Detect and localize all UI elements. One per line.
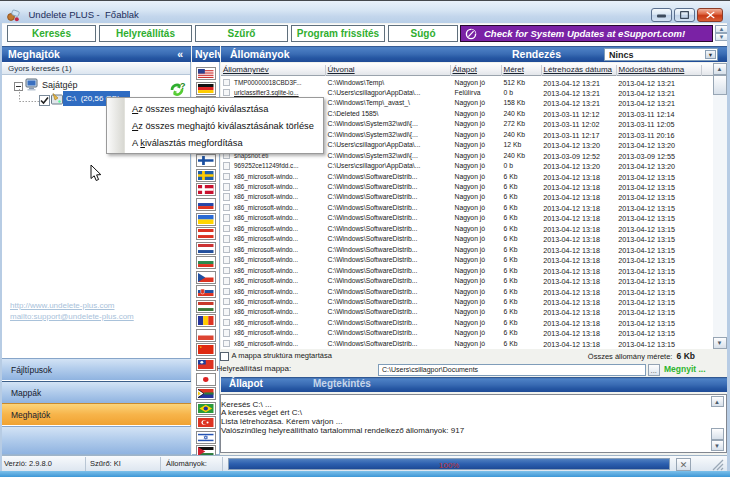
svg-text:?: ? [180,81,186,91]
